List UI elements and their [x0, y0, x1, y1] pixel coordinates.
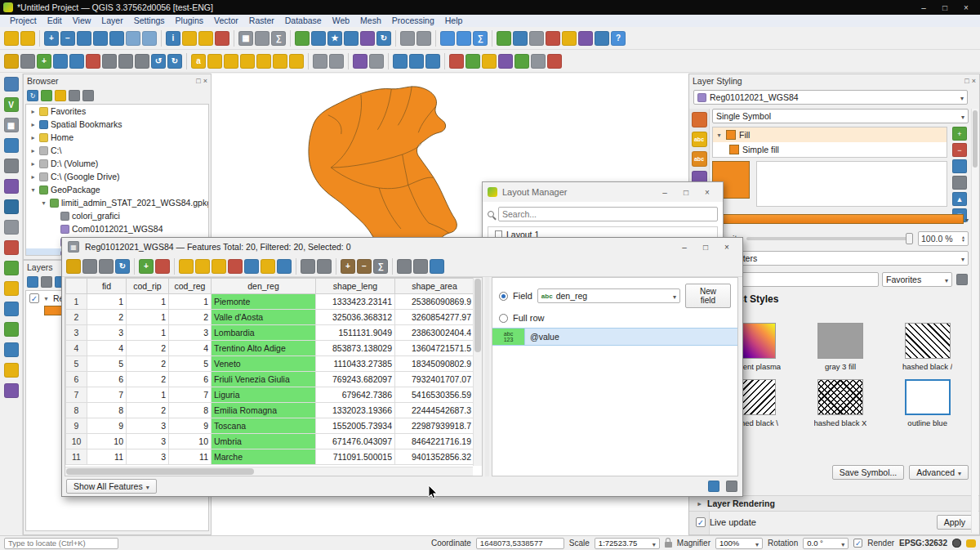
- move-selection-to-top-icon[interactable]: [244, 259, 259, 274]
- row-number[interactable]: 5: [66, 356, 87, 372]
- row-number[interactable]: 11: [66, 449, 87, 465]
- locator-search-icon[interactable]: [440, 31, 455, 46]
- column-header-den-reg[interactable]: den_reg: [212, 279, 316, 294]
- live-update-checkbox[interactable]: ✓: [696, 517, 706, 527]
- add-delimited-text-layer-icon[interactable]: [4, 159, 19, 173]
- help-contents-icon[interactable]: ?: [611, 31, 626, 46]
- table-row[interactable]: 7717Liguria679642.73865416530356.59: [66, 387, 474, 403]
- minimize-button-icon[interactable]: –: [654, 185, 675, 199]
- highlight-pinned-labels-icon[interactable]: [240, 54, 255, 69]
- profile-tool-icon[interactable]: [595, 31, 609, 46]
- move-symbol-up-icon[interactable]: ▲: [952, 192, 967, 206]
- zoom-to-layer-icon[interactable]: [109, 31, 124, 46]
- delete-field-icon[interactable]: −: [357, 259, 372, 274]
- menu-raster[interactable]: Raster: [244, 15, 279, 27]
- browser-item-com01012021-wgs84[interactable]: Com01012021_WGS84: [26, 222, 208, 235]
- regions-polygon[interactable]: [309, 87, 457, 257]
- horizontal-scrollbar[interactable]: [65, 467, 473, 476]
- text-annotation-icon[interactable]: [313, 54, 327, 69]
- expander-icon[interactable]: ▸: [29, 173, 37, 181]
- new-field-icon[interactable]: +: [341, 259, 355, 274]
- row-number[interactable]: 9: [66, 418, 87, 434]
- refresh-browser-icon[interactable]: ↻: [27, 90, 38, 101]
- georef-tools-icon[interactable]: [547, 54, 562, 69]
- add-wfs-layer-icon[interactable]: [4, 322, 19, 337]
- multi-edit-icon[interactable]: [82, 259, 97, 274]
- table-row[interactable]: 1111Piemonte1333423.2314125386090869.9: [66, 294, 474, 310]
- maximize-button-icon[interactable]: □: [675, 185, 697, 199]
- row-number[interactable]: 2: [66, 310, 87, 325]
- callouts-tab-icon[interactable]: abc: [692, 151, 707, 167]
- add-virtual-layer-icon[interactable]: [4, 261, 19, 275]
- form-value-row[interactable]: abc 123 @value: [492, 328, 737, 346]
- new-field-button[interactable]: New field: [685, 284, 731, 308]
- add-vector-layer-icon[interactable]: V: [4, 97, 19, 112]
- row-number[interactable]: 7: [66, 387, 87, 403]
- processing-toolbox-icon[interactable]: [457, 31, 471, 46]
- column-header-fid[interactable]: fid: [87, 279, 127, 294]
- row-number[interactable]: 1: [66, 294, 87, 310]
- vertex-tool-icon[interactable]: [69, 54, 84, 69]
- style-gray-3-fill[interactable]: gray 3 fill: [800, 323, 882, 371]
- style-options-icon[interactable]: [956, 274, 968, 285]
- menu-layer[interactable]: Layer: [96, 15, 127, 27]
- column-header-cod-reg[interactable]: cod_reg: [169, 279, 212, 294]
- save-symbol-button[interactable]: Save Symbol...: [832, 465, 905, 480]
- layer-rendering-section[interactable]: ▸ Layer Rendering: [689, 495, 979, 512]
- close-panel-icon[interactable]: ×: [203, 77, 207, 85]
- splitter-handle[interactable]: [485, 277, 489, 476]
- browser-item-limiti-admin-stat-2021-wgs84-gpkg[interactable]: ▾limiti_admin_STAT_2021_WGS84.gpkg: [26, 196, 208, 209]
- menu-web[interactable]: Web: [327, 15, 354, 27]
- shape-digitizing-icon[interactable]: [393, 54, 408, 69]
- scale-select[interactable]: 1:72523.75: [595, 538, 660, 549]
- menu-project[interactable]: Project: [5, 15, 42, 27]
- pin-unpin-labels-icon[interactable]: [224, 54, 238, 69]
- open-field-calculator-icon[interactable]: ∑: [373, 259, 388, 274]
- zoom-to-selection-icon[interactable]: [93, 31, 108, 46]
- paste-features-icon[interactable]: [135, 54, 149, 69]
- menu-mesh[interactable]: Mesh: [355, 15, 386, 27]
- opacity-slider[interactable]: [746, 237, 913, 240]
- remove-symbol-layer-icon[interactable]: −: [952, 143, 967, 157]
- style-manager-icon[interactable]: [353, 54, 368, 69]
- pan-map-icon[interactable]: [4, 31, 19, 46]
- vertical-scrollbar[interactable]: [473, 278, 482, 466]
- expander-icon[interactable]: ▸: [29, 160, 37, 168]
- render-checkbox[interactable]: ✓: [853, 539, 862, 548]
- menu-plugins[interactable]: Plugins: [171, 15, 208, 27]
- plugin-manager-icon[interactable]: [497, 31, 511, 46]
- topology-checker-icon[interactable]: [498, 54, 513, 69]
- style-hashed-black[interactable]: hashed black /: [886, 323, 969, 371]
- add-mesh-layer-icon[interactable]: [4, 138, 19, 153]
- opacity-slider-handle[interactable]: [906, 233, 913, 244]
- field-calculator-icon[interactable]: [255, 31, 270, 46]
- spin-arrows-icon[interactable]: ▲▼: [961, 235, 965, 242]
- expander-icon[interactable]: ▾: [42, 295, 50, 302]
- pan-to-selection-icon[interactable]: [20, 31, 35, 46]
- toggle-editing-icon[interactable]: [4, 54, 19, 69]
- move-label-icon[interactable]: [256, 54, 271, 69]
- browser-item-d-volume[interactable]: ▸D:\ (Volume): [26, 157, 208, 170]
- reload-table-icon[interactable]: ↻: [115, 259, 130, 274]
- close-button-icon[interactable]: ×: [697, 185, 718, 199]
- menu-help[interactable]: Help: [440, 15, 468, 27]
- coordinate-capture-icon[interactable]: [578, 31, 593, 46]
- open-data-source-manager-icon[interactable]: [4, 77, 19, 92]
- open-layer-styling-icon[interactable]: [27, 276, 38, 288]
- temporal-controller-icon[interactable]: [360, 31, 375, 46]
- browser-item-favorites[interactable]: ▸Favorites: [26, 105, 208, 118]
- color-bar[interactable]: [717, 214, 964, 224]
- style-search-input[interactable]: [722, 272, 879, 287]
- row-number[interactable]: 6: [66, 372, 87, 387]
- row-number[interactable]: 10: [66, 434, 87, 449]
- pan-to-selection-icon[interactable]: [261, 259, 275, 274]
- add-wcs-layer-icon[interactable]: [4, 302, 19, 316]
- add-symbol-layer-icon[interactable]: +: [952, 127, 967, 141]
- add-postgis-layer-icon[interactable]: [4, 199, 19, 214]
- filter-browser-icon[interactable]: [55, 90, 66, 101]
- expander-icon[interactable]: ▸: [696, 500, 703, 508]
- minimize-button-icon[interactable]: –: [674, 239, 695, 254]
- add-raster-layer-icon[interactable]: ▦: [4, 118, 19, 132]
- caret-down-icon[interactable]: [965, 214, 969, 224]
- redo-icon[interactable]: ↻: [167, 54, 182, 69]
